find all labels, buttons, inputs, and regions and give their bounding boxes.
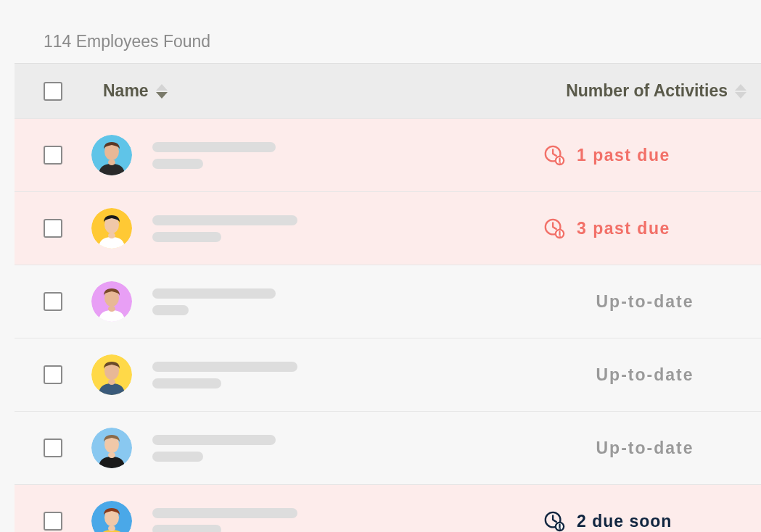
row-checkbox[interactable] <box>44 146 62 165</box>
placeholder-line <box>152 362 297 372</box>
placeholder-line <box>152 215 297 225</box>
svg-point-29 <box>559 528 560 529</box>
sort-icon <box>156 84 168 99</box>
table-row[interactable]: Up-to-date <box>15 338 761 411</box>
activity-status: Up-to-date <box>543 292 746 312</box>
table-row[interactable]: 1 past due <box>15 118 761 191</box>
clock-alert-icon <box>543 144 565 166</box>
results-count: 114 Employees Found <box>15 14 761 63</box>
column-label-name: Name <box>103 81 149 101</box>
avatar <box>91 354 132 395</box>
placeholder-line <box>152 508 297 518</box>
status-text: Up-to-date <box>596 439 694 458</box>
sort-icon <box>735 84 746 99</box>
column-header-activities[interactable]: Number of Activities <box>566 81 746 101</box>
row-checkbox[interactable] <box>44 512 62 531</box>
table-header: Name Number of Activities <box>15 63 761 118</box>
svg-point-22 <box>108 452 115 458</box>
placeholder-line <box>152 378 221 388</box>
status-text: 1 past due <box>577 146 670 165</box>
status-text: Up-to-date <box>596 292 694 312</box>
placeholder-line <box>152 232 221 242</box>
clock-alert-icon <box>543 510 565 532</box>
name-placeholder <box>152 288 276 315</box>
placeholder-line <box>152 288 276 299</box>
avatar <box>91 135 132 175</box>
activity-status: Up-to-date <box>543 439 746 458</box>
table-body: 1 past due 3 past due <box>15 118 761 532</box>
row-checkbox[interactable] <box>44 439 62 457</box>
svg-point-2 <box>108 159 115 165</box>
status-text: Up-to-date <box>596 365 694 385</box>
name-placeholder <box>152 362 297 388</box>
row-checkbox[interactable] <box>44 219 62 238</box>
activity-status: Up-to-date <box>543 365 746 385</box>
avatar <box>91 428 132 468</box>
svg-point-6 <box>559 162 560 163</box>
clock-alert-icon <box>543 217 565 239</box>
svg-point-9 <box>108 233 115 238</box>
placeholder-line <box>152 525 221 533</box>
name-placeholder <box>152 215 297 242</box>
activity-status: 1 past due <box>543 144 746 166</box>
column-header-name[interactable]: Name <box>103 81 168 101</box>
table-row[interactable]: Up-to-date <box>15 411 761 484</box>
select-all-checkbox[interactable] <box>44 82 62 101</box>
activity-status: 3 past due <box>543 217 746 239</box>
column-label-activities: Number of Activities <box>566 81 728 101</box>
row-checkbox[interactable] <box>44 365 62 384</box>
placeholder-line <box>152 142 276 152</box>
svg-point-16 <box>108 306 115 312</box>
svg-point-13 <box>559 236 560 236</box>
svg-point-19 <box>108 379 115 385</box>
status-text: 3 past due <box>577 219 670 238</box>
employees-panel: 114 Employees Found Name Number of Activ… <box>15 14 761 532</box>
avatar <box>91 208 132 249</box>
name-placeholder <box>152 142 276 169</box>
status-text: 2 due soon <box>577 512 672 531</box>
placeholder-line <box>152 452 203 462</box>
table-row[interactable]: 2 due soon <box>15 484 761 532</box>
avatar <box>91 281 132 322</box>
avatar <box>91 501 132 532</box>
name-placeholder <box>152 435 276 462</box>
placeholder-line <box>152 159 203 169</box>
placeholder-line <box>152 435 276 445</box>
svg-point-25 <box>108 525 115 531</box>
table-row[interactable]: Up-to-date <box>15 265 761 338</box>
activity-status: 2 due soon <box>543 510 746 532</box>
row-checkbox[interactable] <box>44 292 62 311</box>
table-row[interactable]: 3 past due <box>15 191 761 265</box>
placeholder-line <box>152 305 189 315</box>
name-placeholder <box>152 508 297 533</box>
